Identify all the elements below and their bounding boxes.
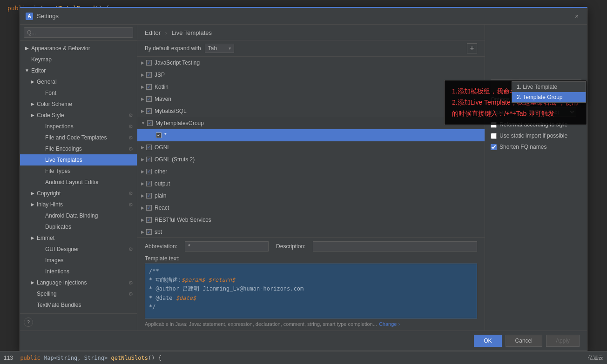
sidebar-item-file-code-templates[interactable]: ▶ File and Code Templates ⚙: [20, 132, 137, 143]
group-label: sbt: [155, 227, 162, 237]
expand-select-wrapper: Tab Space Enter: [205, 44, 234, 53]
cancel-button[interactable]: Cancel: [506, 335, 542, 347]
sidebar-item-android-layout[interactable]: ▶ Android Layout Editor: [20, 177, 137, 188]
tpl-group-restful[interactable]: ▶ ✓ RESTful Web Services: [137, 214, 485, 226]
tpl-group-output[interactable]: ▶ ✓ output: [137, 178, 485, 190]
sidebar-item-duplicates[interactable]: ▶ Duplicates: [20, 221, 137, 232]
sidebar-item-label: Live Templates: [45, 156, 82, 164]
expand-arrow-icon: ▶: [141, 155, 144, 164]
sidebar-item-label: Editor: [31, 66, 46, 75]
breadcrumb-current: Live Templates: [172, 29, 212, 36]
sidebar-item-language-injections[interactable]: ▶ Language Injections ⚙: [20, 277, 137, 288]
gear-icon: ⚙: [128, 290, 133, 298]
sidebar-item-file-types[interactable]: ▶ File Types: [20, 165, 137, 177]
sidebar-item-copyright[interactable]: ▶ Copyright ⚙: [20, 188, 137, 199]
group-label: Kotlin: [155, 82, 169, 92]
breadcrumb-separator: ›: [165, 29, 167, 36]
checkbox-icon: ✓: [146, 84, 152, 90]
code-line-3: * @author 吕建明 Jianming_Lv@human-horizons…: [149, 285, 473, 293]
sidebar-item-textmate[interactable]: ▶ TextMate Bundles: [20, 299, 137, 311]
sidebar-item-color-scheme[interactable]: ▶ Color Scheme: [20, 99, 137, 110]
options-panel: Edit variables Options Expand with Defau…: [485, 25, 587, 331]
ok-button[interactable]: OK: [474, 335, 501, 347]
static-import-checkbox[interactable]: [491, 133, 497, 139]
sidebar-item-editor[interactable]: ▼ Editor: [20, 65, 137, 76]
sidebar-tree: ▶ Appearance & Behavior ▶ Keymap ▼ Edito…: [20, 41, 137, 313]
sidebar-item-images[interactable]: ▶ Images: [20, 255, 137, 266]
add-template-button[interactable]: +: [467, 43, 477, 53]
sidebar-item-keymap[interactable]: ▶ Keymap: [20, 54, 137, 65]
dropdown-item-live-template[interactable]: 1. Live Template: [512, 82, 586, 92]
expand-arrow-icon: ▶: [141, 82, 144, 92]
sidebar-item-emmet[interactable]: ▶ Emmet: [20, 232, 137, 244]
tpl-group-react[interactable]: ▶ ✓ React: [137, 202, 485, 214]
code-preview: public Map<String, String> getNluSlots()…: [20, 355, 162, 361]
tpl-group-sbt[interactable]: ▶ ✓ sbt: [137, 226, 485, 237]
static-import-row[interactable]: Use static import if possible: [491, 132, 581, 139]
template-list: ▶ ✓ JavaScript Testing ▶ ✓ JSP ▶: [137, 57, 485, 237]
expand-arrow-icon: ▶: [24, 45, 30, 52]
change-link[interactable]: Change ›: [379, 321, 400, 327]
sidebar-item-live-templates[interactable]: ▶ Live Templates: [20, 154, 137, 165]
checkbox-icon: ✓: [146, 157, 152, 162]
expand-arrow-icon: ▶: [141, 179, 144, 188]
main-right: Editor › Live Templates By default expan…: [137, 25, 587, 331]
sidebar-item-intentions[interactable]: ▶ Intentions: [20, 266, 137, 277]
code-line-5: */: [149, 303, 473, 311]
dialog-footer: OK Cancel Apply: [20, 331, 587, 351]
checkbox-icon: ✓: [146, 205, 152, 211]
checkbox-icon: ✓: [146, 181, 152, 186]
dropdown-item-template-group[interactable]: 2. Template Group: [512, 92, 586, 102]
template-code-area[interactable]: /** * 功能描述:$param$ $return$ * @author 吕建…: [145, 264, 477, 318]
expand-arrow-icon: ▶: [141, 215, 144, 225]
gear-icon: ⚙: [128, 278, 133, 287]
sidebar-item-label: Duplicates: [45, 223, 71, 231]
sidebar: ▶ Appearance & Behavior ▶ Keymap ▼ Edito…: [20, 25, 137, 331]
app-icon: A: [26, 13, 33, 20]
tpl-group-plain[interactable]: ▶ ✓ plain: [137, 190, 485, 202]
sidebar-item-label: File Encodings: [45, 145, 82, 153]
tpl-group-other[interactable]: ▶ ✓ other: [137, 165, 485, 178]
close-button[interactable]: ×: [572, 12, 581, 21]
shorten-fq-checkbox[interactable]: [491, 144, 497, 150]
sidebar-item-appearance[interactable]: ▶ Appearance & Behavior: [20, 43, 137, 54]
tpl-group-ognl-struts[interactable]: ▶ ✓ OGNL (Struts 2): [137, 153, 485, 165]
sidebar-item-spelling[interactable]: ▶ Spelling ⚙: [20, 288, 137, 299]
checkbox-icon: ✓: [146, 145, 152, 150]
sidebar-item-file-encodings[interactable]: ▶ File Encodings ⚙: [20, 143, 137, 154]
shorten-fq-row[interactable]: Shorten FQ names: [491, 144, 581, 150]
tpl-group-javascript-testing[interactable]: ▶ ✓ JavaScript Testing: [137, 57, 485, 69]
gear-icon: ⚙: [128, 200, 133, 209]
sidebar-item-label: File Types: [45, 167, 70, 175]
checkbox-icon: ✓: [146, 193, 152, 199]
expand-select[interactable]: Tab Space Enter: [205, 44, 234, 53]
tpl-group-mytemplates[interactable]: ▼ ✓ MyTemplatesGroup: [137, 117, 485, 129]
search-input[interactable]: [24, 27, 133, 38]
sidebar-item-font[interactable]: ▶ Font: [20, 87, 137, 99]
group-label: Maven: [155, 94, 171, 104]
checkbox-icon: ✓: [146, 60, 152, 66]
tpl-group-kotlin[interactable]: ▶ ✓ Kotlin: [137, 81, 485, 93]
expand-arrow-icon: ▶: [141, 58, 144, 67]
apply-button[interactable]: Apply: [546, 335, 580, 347]
sidebar-item-general[interactable]: ▶ General: [20, 76, 137, 87]
applicable-text: Applicable in Java; Java: statement, exp…: [145, 321, 377, 327]
sidebar-item-android-data-binding[interactable]: ▶ Android Data Binding: [20, 210, 137, 221]
abbreviation-input[interactable]: [185, 241, 269, 251]
tpl-group-maven[interactable]: ▶ ✓ Maven: [137, 93, 485, 105]
group-label: other: [155, 167, 167, 176]
tpl-item-star[interactable]: ✓ *: [137, 129, 485, 141]
description-input[interactable]: [313, 241, 477, 251]
dialog-body: ▶ Appearance & Behavior ▶ Keymap ▼ Edito…: [20, 25, 587, 331]
sidebar-item-gui-designer[interactable]: ▶ GUI Designer ⚙: [20, 244, 137, 255]
template-label: *: [164, 131, 167, 140]
sidebar-item-inlay-hints[interactable]: ▶ Inlay Hints ⚙: [20, 199, 137, 210]
sidebar-item-inspections[interactable]: ▶ Inspections ⚙: [20, 121, 137, 132]
checkbox-icon: ✓: [146, 169, 152, 174]
sidebar-item-code-style[interactable]: ▶ Code Style ⚙: [20, 110, 137, 121]
tpl-group-ognl[interactable]: ▶ ✓ OGNL: [137, 141, 485, 153]
tpl-group-mybatis[interactable]: ▶ ✓ Mybatis/SQL: [137, 105, 485, 117]
dialog-title: Settings: [37, 13, 572, 20]
help-button[interactable]: ?: [24, 318, 33, 327]
tpl-group-jsp[interactable]: ▶ ✓ JSP: [137, 69, 485, 81]
